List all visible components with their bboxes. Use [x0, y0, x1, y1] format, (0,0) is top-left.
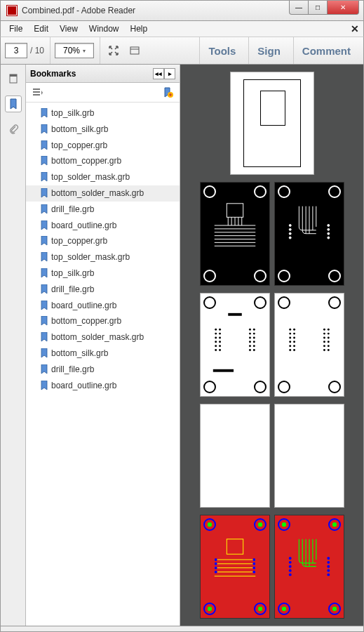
bookmark-item[interactable]: bottom_silk.grb — [26, 345, 180, 362]
bookmark-item[interactable]: board_outline.grb — [26, 218, 180, 234]
svg-point-71 — [214, 558, 217, 561]
svg-point-30 — [219, 336, 221, 338]
bookmark-icon — [40, 188, 48, 198]
svg-point-74 — [214, 571, 217, 574]
menu-window[interactable]: Window — [83, 22, 125, 35]
window-maximize-button[interactable]: □ — [308, 1, 328, 15]
svg-point-49 — [289, 341, 291, 343]
bookmarks-prev-button[interactable]: ◂◂ — [153, 68, 164, 79]
bookmarks-next-button[interactable]: ▸ — [164, 68, 175, 79]
svg-point-84 — [327, 557, 330, 560]
pdf-page — [200, 404, 270, 508]
svg-rect-11 — [227, 204, 243, 218]
svg-point-63 — [323, 349, 325, 351]
tools-button[interactable]: Tools — [199, 37, 244, 64]
svg-rect-70 — [227, 539, 243, 554]
svg-point-57 — [293, 349, 295, 351]
bookmarks-options-button[interactable] — [30, 86, 46, 100]
svg-point-81 — [288, 565, 291, 568]
svg-point-44 — [252, 345, 255, 347]
menu-view[interactable]: View — [54, 22, 83, 35]
page-number-input[interactable]: 3 — [5, 43, 27, 58]
svg-point-29 — [219, 333, 221, 335]
svg-rect-3 — [130, 47, 139, 54]
bookmark-item[interactable]: bottom_copper.grb — [26, 313, 180, 329]
bookmark-icon — [40, 156, 48, 166]
svg-point-37 — [248, 341, 250, 343]
svg-point-78 — [252, 571, 255, 574]
svg-point-19 — [327, 237, 329, 239]
pdf-page — [200, 293, 270, 397]
window-minimize-button[interactable]: ― — [289, 1, 309, 15]
close-document-button[interactable]: ✕ — [351, 23, 359, 34]
pdf-page — [274, 515, 344, 619]
svg-point-17 — [327, 228, 329, 230]
menu-bar: File Edit View Window Help ✕ — [0, 21, 364, 37]
comment-button[interactable]: Comment — [293, 37, 359, 64]
bookmark-item[interactable]: drill_file.grb — [26, 202, 180, 218]
bookmark-item[interactable]: bottom_solder_mask.grb — [26, 329, 180, 345]
bookmark-item[interactable]: board_outline.grb — [26, 298, 180, 314]
bookmark-label: top_silk.grb — [51, 107, 94, 119]
svg-point-73 — [214, 567, 217, 570]
menu-edit[interactable]: Edit — [28, 22, 54, 35]
sign-button[interactable]: Sign — [248, 37, 289, 64]
bookmark-item[interactable]: top_silk.grb — [26, 105, 180, 121]
pdf-page — [200, 515, 270, 619]
svg-rect-8 — [33, 91, 40, 93]
zoom-select[interactable]: 70% — [55, 43, 94, 58]
svg-point-13 — [289, 228, 291, 230]
bookmarks-panel: Bookmarks ◂◂ ▸ top_silk.grbbottom_silk.g… — [26, 65, 180, 626]
svg-point-16 — [327, 225, 329, 227]
svg-point-50 — [289, 345, 291, 347]
svg-point-69 — [327, 349, 329, 351]
bookmark-item[interactable]: bottom_copper.grb — [26, 153, 180, 169]
svg-point-28 — [219, 329, 221, 331]
svg-point-51 — [289, 349, 291, 351]
svg-point-77 — [252, 567, 255, 570]
bookmark-item[interactable]: top_silk.grb — [26, 265, 180, 282]
bookmarks-header: Bookmarks ◂◂ ▸ — [26, 65, 180, 83]
svg-point-79 — [288, 557, 291, 560]
window-resize-grip[interactable] — [0, 626, 364, 632]
bookmark-item[interactable]: board_outline.grb — [26, 378, 180, 394]
bookmark-label: drill_file.grb — [51, 204, 94, 216]
bookmark-item[interactable]: bottom_silk.grb — [26, 121, 180, 138]
bookmark-item[interactable]: top_solder_mask.grb — [26, 249, 180, 265]
bookmark-item[interactable]: top_solder_mask.grb — [26, 169, 180, 185]
bookmark-item[interactable]: drill_file.grb — [26, 362, 180, 378]
document-view[interactable] — [180, 65, 363, 626]
svg-point-80 — [288, 561, 291, 564]
new-bookmark-button[interactable] — [160, 86, 175, 100]
attachments-tab[interactable] — [5, 121, 22, 138]
bookmark-icon — [40, 220, 48, 230]
bookmarks-tab[interactable] — [5, 96, 22, 112]
svg-point-62 — [323, 345, 325, 347]
bookmark-label: top_silk.grb — [51, 268, 94, 279]
svg-point-31 — [219, 341, 221, 343]
fit-page-button[interactable] — [105, 41, 123, 60]
bookmark-icon — [40, 301, 48, 310]
bookmark-item[interactable]: bottom_solder_mask.grb — [26, 185, 180, 202]
svg-point-23 — [215, 333, 217, 335]
window-close-button[interactable]: ✕ — [327, 1, 359, 15]
menu-file[interactable]: File — [4, 22, 28, 35]
svg-point-42 — [252, 336, 255, 338]
svg-rect-21 — [213, 369, 233, 372]
bookmark-icon — [40, 252, 48, 262]
read-mode-button[interactable] — [126, 41, 144, 60]
bookmark-item[interactable]: top_copper.grb — [26, 233, 180, 249]
bookmark-icon — [40, 108, 48, 118]
svg-point-15 — [289, 237, 291, 239]
svg-point-14 — [289, 232, 291, 235]
bookmark-item[interactable]: drill_file.grb — [26, 282, 180, 298]
bookmark-icon — [40, 172, 48, 182]
bookmarks-list: top_silk.grbbottom_silk.grbtop_copper.gr… — [26, 103, 180, 626]
bookmark-label: top_copper.grb — [51, 235, 107, 247]
bookmark-icon — [40, 381, 48, 390]
thumbnails-tab[interactable] — [5, 70, 22, 87]
bookmark-item[interactable]: top_copper.grb — [26, 138, 180, 154]
svg-point-27 — [215, 349, 217, 351]
menu-help[interactable]: Help — [125, 22, 154, 35]
bookmark-label: bottom_silk.grb — [51, 124, 108, 136]
